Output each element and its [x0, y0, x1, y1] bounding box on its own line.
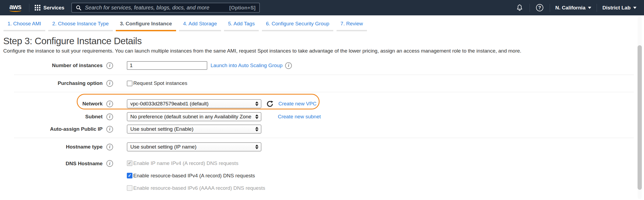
enable-resource-based-ipv4-label: Enable resource-based IPv4 (A record) DN…	[133, 173, 255, 179]
region-selector[interactable]: N. California	[555, 5, 592, 11]
create-new-subnet-link[interactable]: Create new subnet	[278, 114, 321, 120]
tab-configure-security-group[interactable]: 6. Configure Security Group	[262, 21, 334, 31]
search-icon	[76, 5, 82, 11]
select-arrows-icon	[255, 127, 258, 132]
aws-logo[interactable]: aws	[7, 4, 24, 12]
enable-resource-based-ipv6-label: Enable resource-based IPv6 (AAAA record)…	[133, 185, 265, 191]
info-icon[interactable]	[106, 101, 113, 107]
nav-right-group: ? N. California District Lab	[515, 4, 636, 12]
aws-logo-text: aws	[9, 4, 21, 10]
nav-divider	[530, 4, 530, 12]
services-grid-icon	[35, 5, 40, 11]
refresh-icon	[266, 100, 274, 108]
info-icon[interactable]	[106, 113, 113, 120]
enable-resource-based-ipv6-checkbox	[127, 185, 132, 191]
question-mark-icon: ?	[536, 4, 543, 11]
subnet-select[interactable]: No preference (default subnet in any Ava…	[127, 112, 261, 121]
hostname-type-value: Use subnet setting (IP name)	[130, 144, 197, 150]
help-button[interactable]: ?	[535, 4, 544, 11]
search-box[interactable]: [Option+S]	[71, 3, 260, 13]
tab-add-tags[interactable]: 5. Add Tags	[224, 21, 259, 31]
form-row-dns-hostname: DNS Hostname Enable IP name IPv4 (A reco…	[3, 160, 641, 191]
auto-assign-public-ip-label: Auto-assign Public IP	[50, 126, 103, 132]
dns-option-row: Enable resource-based IPv4 (A record) DN…	[127, 172, 265, 179]
nav-divider	[597, 4, 597, 12]
select-arrows-icon	[255, 102, 258, 106]
account-label: District Lab	[602, 5, 631, 11]
dns-hostname-label: DNS Hostname	[66, 161, 103, 167]
tab-choose-ami[interactable]: 1. Choose AMI	[4, 21, 45, 31]
scrollbar-thumb[interactable]	[638, 45, 642, 190]
info-icon[interactable]	[285, 62, 292, 69]
network-label: Network	[82, 101, 103, 107]
dns-option-row: Enable IP name IPv4 (A record) DNS reque…	[127, 160, 265, 167]
select-arrows-icon	[255, 115, 258, 119]
configure-instance-page: Step 3: Configure Instance Details Confi…	[0, 36, 644, 191]
search-input[interactable]	[85, 5, 226, 11]
number-of-instances-input[interactable]	[127, 61, 207, 70]
info-icon[interactable]	[106, 62, 113, 69]
select-arrows-icon	[255, 145, 258, 149]
create-new-vpc-link[interactable]: Create new VPC	[278, 101, 317, 107]
purchasing-option-label: Purchasing option	[58, 80, 103, 86]
request-spot-instances-label: Request Spot instances	[133, 80, 187, 86]
form-row-network: Network vpc-0d033d287579eabd1 (default) …	[3, 99, 641, 108]
account-menu[interactable]: District Lab	[602, 5, 636, 11]
tab-add-storage[interactable]: 4. Add Storage	[179, 21, 221, 31]
section-divider	[14, 138, 634, 138]
enable-ip-name-ipv4-label: Enable IP name IPv4 (A record) DNS reque…	[133, 160, 238, 166]
hostname-type-select[interactable]: Use subnet setting (IP name)	[127, 142, 261, 151]
notifications-button[interactable]	[515, 4, 524, 12]
tab-review[interactable]: 7. Review	[337, 21, 367, 31]
network-select-value: vpc-0d033d287579eabd1 (default)	[130, 101, 209, 107]
region-label: N. California	[555, 5, 586, 11]
nav-divider	[550, 4, 550, 12]
subnet-label: Subnet	[85, 114, 103, 120]
enable-resource-based-ipv4-checkbox[interactable]	[127, 173, 132, 178]
bell-icon	[516, 4, 523, 12]
section-divider	[14, 92, 634, 92]
page-description: Configure the instance to suit your requ…	[3, 48, 641, 54]
form-row-hostname-type: Hostname type Use subnet setting (IP nam…	[3, 142, 641, 151]
top-nav: aws Services [Option+S]	[0, 0, 644, 15]
form-row-purchasing-option: Purchasing option Request Spot instances	[3, 79, 641, 87]
info-icon[interactable]	[106, 80, 113, 87]
caret-down-icon	[633, 7, 636, 9]
services-menu-button[interactable]: Services	[35, 5, 64, 11]
tab-configure-instance[interactable]: 3. Configure Instance	[116, 21, 176, 31]
aws-smile-icon	[9, 9, 21, 12]
auto-assign-public-ip-select[interactable]: Use subnet setting (Enable)	[127, 125, 261, 134]
info-icon[interactable]	[106, 126, 113, 133]
request-spot-instances-checkbox[interactable]	[127, 81, 132, 86]
page-title: Step 3: Configure Instance Details	[3, 36, 641, 46]
info-icon[interactable]	[106, 160, 113, 167]
network-select[interactable]: vpc-0d033d287579eabd1 (default)	[127, 99, 261, 108]
services-label: Services	[43, 5, 64, 11]
form-row-number-of-instances: Number of instances Launch into Auto Sca…	[3, 61, 641, 70]
caret-down-icon	[588, 7, 591, 9]
subnet-select-value: No preference (default subnet in any Ava…	[130, 114, 251, 120]
launch-into-auto-scaling-group-link[interactable]: Launch into Auto Scaling Group	[211, 63, 282, 68]
section-divider	[14, 75, 634, 75]
dns-option-row: Enable resource-based IPv6 (AAAA record)…	[127, 185, 265, 191]
info-icon[interactable]	[106, 144, 113, 150]
number-of-instances-label: Number of instances	[52, 63, 103, 68]
search-shortcut-hint: [Option+S]	[229, 5, 256, 11]
form-row-auto-assign-public-ip: Auto-assign Public IP Use subnet setting…	[3, 125, 641, 134]
tab-choose-instance-type[interactable]: 2. Choose Instance Type	[48, 21, 113, 31]
nav-divider	[29, 4, 29, 12]
refresh-button[interactable]	[266, 100, 274, 108]
auto-assign-public-ip-value: Use subnet setting (Enable)	[130, 126, 193, 132]
enable-ip-name-ipv4-checkbox	[127, 160, 132, 166]
form-row-subnet: Subnet No preference (default subnet in …	[3, 112, 641, 121]
hostname-type-label: Hostname type	[66, 144, 103, 150]
wizard-step-tabs: 1. Choose AMI 2. Choose Instance Type 3.…	[0, 15, 644, 31]
